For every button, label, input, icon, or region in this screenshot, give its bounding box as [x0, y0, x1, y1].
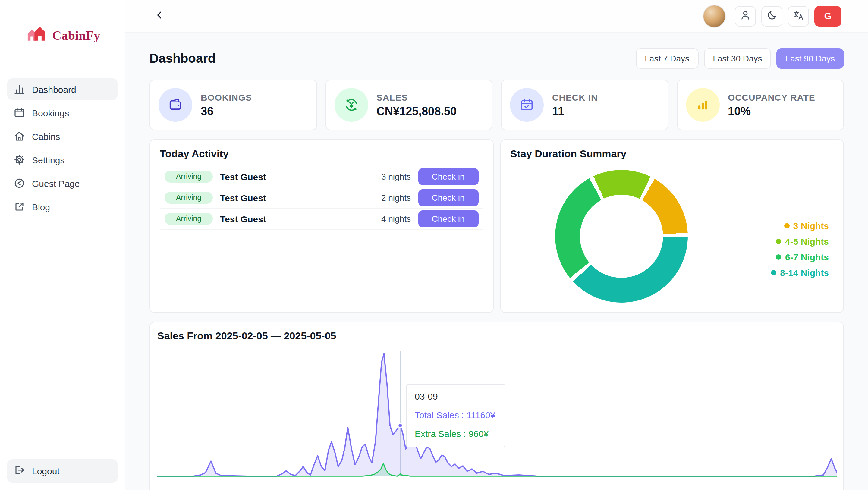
- stats-row: BOOKINGS 36 SALES CN¥125,808.50: [150, 80, 844, 130]
- donut-chart-wrap: 3 Nights 4-5 Nights 6-7 Nights 8-14 Nigh…: [510, 165, 834, 310]
- chart-tooltip: 03-09 Total Sales : 11160¥ Extra Sales :…: [406, 384, 505, 447]
- sidebar-item-label: Bookings: [32, 108, 69, 118]
- legend-item: 8-14 Nights: [771, 265, 829, 281]
- guest-name: Test Guest: [220, 172, 352, 182]
- filter-last-7-days[interactable]: Last 7 Days: [636, 48, 698, 69]
- top-bar: G: [125, 0, 868, 33]
- stat-card-occupancy: OCCUPANCY RATE 10%: [677, 80, 844, 130]
- translate-icon: [793, 9, 804, 23]
- filter-last-30-days[interactable]: Last 30 Days: [704, 48, 771, 69]
- back-button[interactable]: [154, 10, 165, 22]
- bar-chart-icon: [686, 88, 719, 122]
- sales-chart-title: Sales From 2025-02-05 — 2025-05-05: [157, 330, 836, 342]
- activity-row: Arriving Test Guest 4 nights Check in: [160, 209, 483, 229]
- home-icon: [13, 130, 25, 142]
- sidebar-item-bookings[interactable]: Bookings: [7, 102, 118, 124]
- filter-last-90-days[interactable]: Last 90 Days: [777, 48, 844, 69]
- legend-item: 3 Nights: [771, 218, 829, 234]
- arrow-circle-icon: [13, 177, 25, 189]
- stat-card-sales: SALES CN¥125,808.50: [325, 80, 493, 130]
- legend-label: 8-14 Nights: [780, 268, 829, 278]
- guest-name: Test Guest: [220, 192, 352, 203]
- legend-dot: [776, 254, 781, 260]
- nights-label: 2 nights: [359, 193, 411, 203]
- brand-name: CabinFy: [52, 28, 100, 43]
- chevron-left-icon: [154, 10, 165, 22]
- tooltip-extra-sales: Extra Sales : 960¥: [415, 429, 497, 438]
- status-badge: Arriving: [164, 171, 213, 183]
- page-header: Dashboard Last 7 Days Last 30 Days Last …: [150, 48, 844, 69]
- sidebar-logout-button[interactable]: Logout: [7, 459, 118, 483]
- stat-card-bookings: BOOKINGS 36: [150, 80, 317, 130]
- status-badge: Arriving: [164, 213, 213, 225]
- moon-icon: [767, 10, 777, 22]
- yen-cycle-icon: [334, 88, 368, 122]
- stat-meta: CHECK IN 11: [552, 92, 598, 118]
- brand-logo: CabinFy: [24, 25, 100, 46]
- sidebar-item-blog[interactable]: Blog: [7, 196, 118, 218]
- sidebar-item-dashboard[interactable]: Dashboard: [7, 78, 118, 100]
- stat-card-check-in: CHECK IN 11: [501, 80, 668, 130]
- activity-row: Arriving Test Guest 3 nights Check in: [160, 166, 483, 187]
- chart-bar-icon: [13, 83, 25, 95]
- sidebar-nav: Dashboard Bookings Cabins Settings: [7, 78, 118, 218]
- danger-action-button[interactable]: G: [814, 6, 841, 26]
- today-activity-title: Today Activity: [160, 148, 483, 160]
- legend-label: 3 Nights: [793, 221, 829, 231]
- stat-value: 36: [201, 104, 252, 118]
- user-avatar[interactable]: [703, 4, 726, 27]
- stat-value: 10%: [728, 104, 815, 118]
- page-title: Dashboard: [150, 51, 216, 66]
- sidebar-item-label: Guest Page: [32, 178, 80, 188]
- legend-dot: [776, 239, 781, 244]
- gear-icon: [13, 154, 25, 166]
- dark-mode-button[interactable]: [761, 6, 782, 26]
- topbar-actions: G: [703, 4, 841, 27]
- calendar-check-icon: [510, 88, 544, 122]
- main-area: G Dashboard Last 7 Days Last 30 Days Las…: [125, 0, 868, 490]
- stat-meta: BOOKINGS 36: [201, 92, 252, 118]
- sidebar-item-label: Blog: [32, 202, 50, 212]
- check-in-button[interactable]: Check in: [418, 210, 478, 227]
- sidebar-item-label: Settings: [32, 155, 64, 165]
- check-in-button[interactable]: Check in: [418, 189, 478, 206]
- stat-title: OCCUPANCY RATE: [728, 92, 815, 102]
- today-activity-card: Today Activity Arriving Test Guest 3 nig…: [150, 139, 493, 313]
- sidebar-item-settings[interactable]: Settings: [7, 149, 118, 171]
- status-badge: Arriving: [164, 192, 213, 204]
- tooltip-date: 03-09: [415, 392, 497, 401]
- tooltip-total-sales: Total Sales : 11160¥: [415, 410, 497, 420]
- middle-row: Today Activity Arriving Test Guest 3 nig…: [150, 139, 844, 313]
- g-icon: G: [824, 10, 832, 21]
- logout-label: Logout: [32, 466, 60, 476]
- sidebar-item-label: Cabins: [32, 131, 60, 141]
- legend-item: 6-7 Nights: [771, 249, 829, 265]
- stay-duration-title: Stay Duration Summary: [510, 148, 834, 160]
- stat-meta: OCCUPANCY RATE 10%: [728, 92, 815, 118]
- sales-chart-card: Sales From 2025-02-05 — 2025-05-05 03-09…: [150, 322, 844, 490]
- legend-dot: [771, 270, 776, 275]
- donut-legend: 3 Nights 4-5 Nights 6-7 Nights 8-14 Nigh…: [771, 218, 829, 281]
- app-window: CabinFy Dashboard Bookings Cabins: [0, 0, 868, 490]
- user-icon: [740, 9, 751, 23]
- stay-donut: [555, 170, 687, 303]
- sidebar-item-label: Dashboard: [32, 84, 76, 94]
- nights-label: 4 nights: [359, 214, 411, 224]
- stat-title: SALES: [376, 92, 457, 102]
- stat-value: 11: [552, 104, 598, 118]
- profile-button[interactable]: [735, 6, 756, 26]
- language-button[interactable]: [788, 6, 809, 26]
- cabin-houses-icon: [24, 25, 47, 46]
- stat-title: CHECK IN: [552, 92, 598, 102]
- date-range-filters: Last 7 Days Last 30 Days Last 90 Days: [636, 48, 844, 69]
- chart-active-dot: [398, 423, 402, 428]
- check-in-button[interactable]: Check in: [418, 168, 478, 185]
- nights-label: 3 nights: [359, 172, 411, 181]
- sidebar-item-cabins[interactable]: Cabins: [7, 125, 118, 147]
- sales-chart-area: 03-09 Total Sales : 11160¥ Extra Sales :…: [157, 346, 836, 490]
- wallet-icon: [158, 88, 192, 122]
- sidebar-item-guest-page[interactable]: Guest Page: [7, 172, 118, 194]
- stat-meta: SALES CN¥125,808.50: [376, 92, 457, 118]
- page-scaler: CabinFy Dashboard Bookings Cabins: [0, 0, 868, 490]
- activity-list: Arriving Test Guest 3 nights Check in Ar…: [160, 166, 483, 229]
